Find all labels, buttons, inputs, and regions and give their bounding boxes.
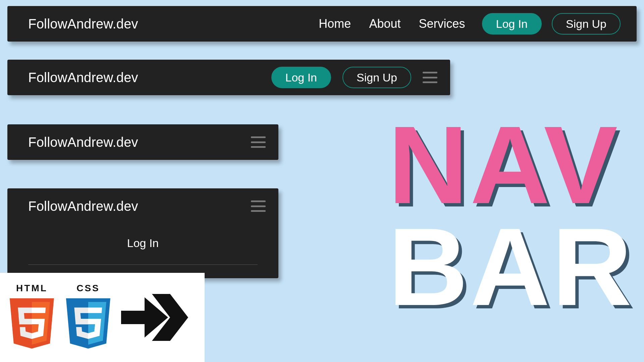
nav-actions: Log In Sign Up — [482, 13, 621, 35]
signup-button[interactable]: Sign Up — [342, 67, 411, 88]
navbar-tablet: FollowAndrew.dev Log In Sign Up — [7, 60, 450, 95]
signup-button[interactable]: Sign Up — [552, 13, 621, 35]
navbar-right-group: Home About Services Log In Sign Up — [319, 13, 621, 35]
brand-logo[interactable]: FollowAndrew.dev — [28, 70, 138, 85]
nav-link-services[interactable]: Services — [419, 17, 465, 31]
tech-logos-panel: HTML CSS — [0, 273, 205, 362]
brand-logo[interactable]: FollowAndrew.dev — [28, 199, 138, 214]
login-button[interactable]: Log In — [482, 13, 542, 35]
thumbnail-title: NAV BAR — [388, 114, 634, 317]
nav-link-home[interactable]: Home — [319, 17, 351, 31]
navbar-desktop: FollowAndrew.dev Home About Services Log… — [7, 6, 637, 42]
css3-shield-icon — [63, 295, 113, 352]
hamburger-icon[interactable] — [251, 200, 266, 212]
title-line-nav: NAV — [388, 114, 634, 216]
arrow-right-icon — [119, 282, 190, 353]
css3-label: CSS — [76, 283, 100, 294]
nav-links: Home About Services — [319, 17, 465, 31]
brand-logo[interactable]: FollowAndrew.dev — [28, 135, 138, 150]
title-line-bar: BAR — [388, 216, 634, 318]
mobile-menu-item-login[interactable]: Log In — [28, 231, 258, 265]
navbar-right-group: Log In Sign Up — [271, 67, 438, 88]
hamburger-icon[interactable] — [251, 136, 266, 148]
html5-shield-icon — [7, 295, 57, 352]
brand-logo[interactable]: FollowAndrew.dev — [28, 16, 138, 32]
hamburger-icon[interactable] — [423, 72, 437, 83]
navbar-mobile-expanded: FollowAndrew.dev Log In — [7, 188, 278, 278]
css3-logo: CSS — [63, 283, 113, 352]
login-button[interactable]: Log In — [271, 67, 331, 88]
mobile-dropdown-menu: Log In — [7, 224, 278, 265]
nav-link-about[interactable]: About — [369, 17, 400, 31]
html5-logo: HTML — [7, 283, 57, 352]
navbar-mobile-top-row: FollowAndrew.dev — [7, 188, 278, 224]
html5-label: HTML — [16, 283, 48, 294]
navbar-mobile-collapsed: FollowAndrew.dev — [7, 124, 278, 160]
